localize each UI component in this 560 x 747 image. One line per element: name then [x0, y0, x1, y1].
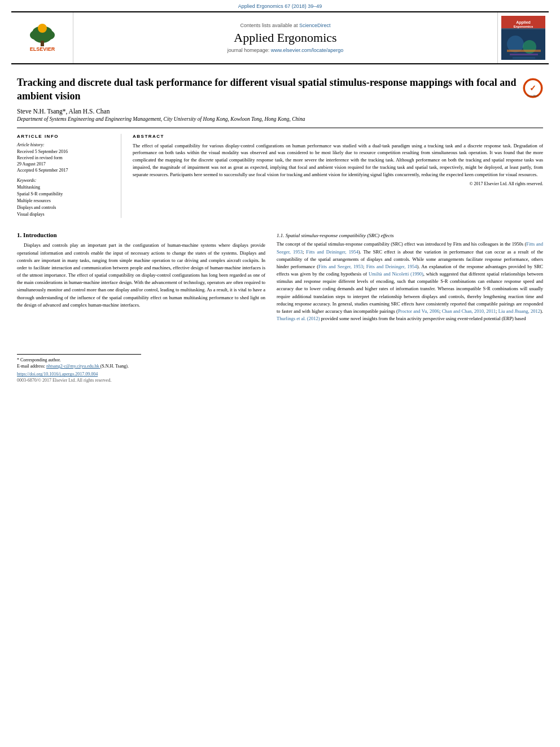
- email-line: E-mail address: nhtsang2-c@my.cityu.edu.…: [17, 363, 141, 369]
- keyword-4: Displays and controls: [17, 204, 114, 211]
- journal-name: Applied Ergonomics: [234, 30, 336, 45]
- body-right-column: 1.1. Spatial stimulus-response compatibi…: [277, 229, 543, 383]
- copyright-line: © 2017 Elsevier Ltd. All rights reserved…: [133, 181, 543, 186]
- email-address: nhtsang2-c@my.cityu.edu.hk: [46, 364, 99, 369]
- email-link[interactable]: nhtsang2-c@my.cityu.edu.hk: [46, 364, 100, 369]
- elsevier-tree-icon: ELSEVIER: [20, 23, 65, 54]
- keyword-3: Multiple resources: [17, 198, 114, 204]
- ref-fitts-deininger-1954b[interactable]: Fitts and Deininger, 1954: [366, 264, 417, 269]
- svg-rect-14: [507, 50, 541, 52]
- ref-fitts-deininger-1954[interactable]: Fitts and Deininger, 1954: [306, 249, 358, 255]
- article-info-heading: ARTICLE INFO: [17, 134, 114, 139]
- keyword-2: Spatial S-R compatibility: [17, 191, 114, 198]
- page-wrapper: Applied Ergonomics 67 (2018) 39–49 ELSEV…: [0, 0, 560, 388]
- svg-rect-15: [510, 54, 538, 55]
- email-label: E-mail address:: [17, 364, 45, 369]
- svg-text:Applied: Applied: [516, 20, 531, 25]
- title-section: Tracking and discrete dual task performa…: [17, 73, 543, 103]
- section1-paragraph1: Displays and controls play an important …: [17, 242, 265, 309]
- info-abstract-section: ARTICLE INFO Article history: Received 5…: [17, 128, 543, 219]
- svg-text:ELSEVIER: ELSEVIER: [29, 46, 55, 52]
- ref-thurlings-2012[interactable]: Thurlings et al. (2012): [277, 316, 320, 321]
- journal-cover-area: AppliedErgonomics Applied Ergonomics: [498, 12, 549, 63]
- history-revised-date: 29 August 2017: [17, 161, 114, 167]
- footnote-section: * Corresponding author. E-mail address: …: [17, 354, 141, 383]
- history-received: Received 5 September 2016: [17, 148, 114, 155]
- cover-decoration: Applied Ergonomics: [501, 16, 545, 60]
- body-two-col: 1. Introduction Displays and controls pl…: [17, 229, 543, 383]
- article-info-column: ARTICLE INFO Article history: Received 5…: [17, 134, 121, 219]
- journal-cover-image: AppliedErgonomics Applied Ergonomics: [501, 16, 545, 60]
- homepage-url: www.elsevier.com/locate/apergo: [271, 47, 344, 53]
- history-label: Article history:: [17, 142, 114, 147]
- history-accepted: Accepted 6 September 2017: [17, 167, 114, 173]
- sciencedirect-text: ScienceDirect: [299, 23, 331, 28]
- sciencedirect-link[interactable]: ScienceDirect: [299, 23, 331, 28]
- history-revised-label: Received in revised form: [17, 155, 114, 161]
- abstract-column: ABSTRACT The effect of spatial compatibi…: [133, 134, 543, 219]
- svg-rect-4: [41, 41, 44, 46]
- citation-text: Applied Ergonomics 67 (2018) 39–49: [238, 3, 322, 9]
- ref-liu-jhuang-2012[interactable]: Liu and Jhuang, 2012: [498, 308, 540, 314]
- homepage-label: journal homepage:: [228, 47, 270, 53]
- article-title: Tracking and discrete dual task performa…: [17, 76, 517, 103]
- journal-title-area: Contents lists available at ScienceDirec…: [73, 12, 498, 63]
- body-content: 1. Introduction Displays and controls pl…: [0, 224, 560, 388]
- email-suffix: (S.N.H. Tsang).: [100, 364, 129, 369]
- subsection1-1-title: 1.1. Spatial stimulus-response compatibi…: [277, 233, 543, 238]
- svg-point-5: [38, 24, 47, 33]
- journal-citation: Applied Ergonomics 67 (2018) 39–49: [0, 0, 560, 11]
- section1-title: 1. Introduction: [17, 231, 265, 238]
- journal-header: ELSEVIER Contents lists available at Sci…: [11, 11, 549, 64]
- svg-text:CrossMark: CrossMark: [527, 94, 538, 97]
- contents-text: Contents lists available at: [240, 23, 298, 28]
- contents-line: Contents lists available at ScienceDirec…: [240, 23, 330, 28]
- authors-text: Steve N.H. Tsang*, Alan H.S. Chan: [17, 108, 110, 115]
- section11-paragraph1: The concept of the spatial stimulus-resp…: [277, 241, 543, 322]
- affiliation-line: Department of Systems Engineering and En…: [17, 116, 543, 122]
- ref-chan-chan-2010[interactable]: Chan and Chan, 2010, 2011: [442, 308, 496, 314]
- abstract-heading: ABSTRACT: [133, 134, 543, 139]
- article-history: Article history: Received 5 September 20…: [17, 142, 114, 174]
- svg-text:Ergonomics: Ergonomics: [514, 25, 533, 28]
- svg-rect-16: [513, 57, 535, 59]
- abstract-text: The effect of spatial compatibility for …: [133, 142, 543, 178]
- keywords-label: Keywords:: [17, 178, 114, 183]
- corresponding-author-note: * Corresponding author.: [17, 357, 141, 363]
- svg-text:✓: ✓: [530, 84, 536, 93]
- crossmark-badge[interactable]: ✓ CrossMark: [523, 78, 543, 98]
- ref-proctor-vu-2006[interactable]: Proctor and Vu, 2006: [398, 308, 439, 314]
- ref-fitts-seeger-1953b[interactable]: Fitts and Seeger, 1953: [318, 264, 363, 269]
- keywords-section: Keywords: Multitasking Spatial S-R compa…: [17, 178, 114, 218]
- body-left-column: 1. Introduction Displays and controls pl…: [17, 229, 265, 383]
- article-content: Tracking and discrete dual task performa…: [0, 64, 560, 224]
- issn-line: 0003-6870/© 2017 Elsevier Ltd. All right…: [17, 378, 141, 383]
- ref-umilta-nicoletti-1990[interactable]: Umiltà and Nicoletti (1990): [369, 271, 423, 277]
- authors-line: Steve N.H. Tsang*, Alan H.S. Chan: [17, 108, 543, 115]
- homepage-link[interactable]: www.elsevier.com/locate/apergo: [271, 47, 344, 53]
- elsevier-logo-area: ELSEVIER: [11, 12, 73, 63]
- journal-homepage: journal homepage: www.elsevier.com/locat…: [228, 47, 344, 53]
- doi-link[interactable]: https://doi.org/10.1016/j.apergo.2017.09…: [17, 372, 141, 377]
- keyword-5: Visual displays: [17, 211, 114, 218]
- keyword-1: Multitasking: [17, 184, 114, 191]
